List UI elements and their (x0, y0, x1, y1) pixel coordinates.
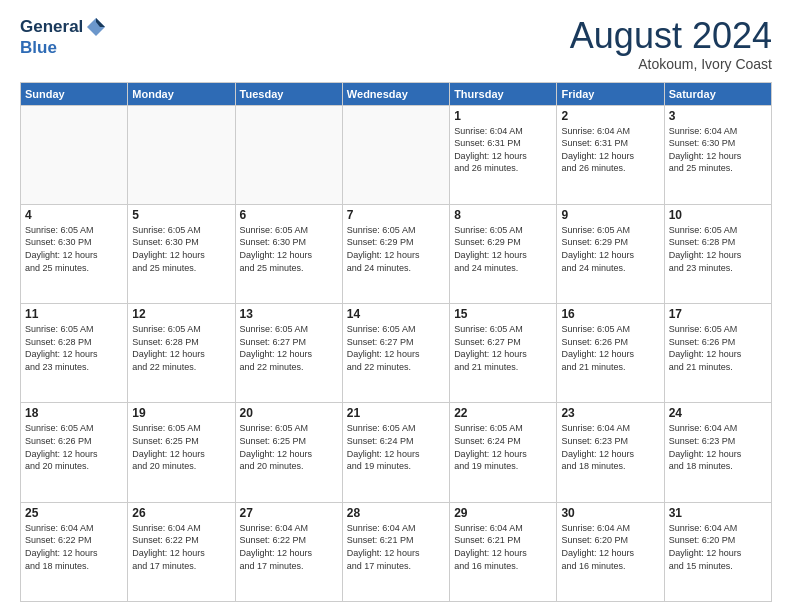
calendar-cell (128, 105, 235, 204)
cell-info: Sunrise: 6:04 AMSunset: 6:20 PMDaylight:… (561, 522, 659, 572)
cell-info: Sunrise: 6:05 AMSunset: 6:27 PMDaylight:… (347, 323, 445, 373)
weekday-header-wednesday: Wednesday (342, 82, 449, 105)
cell-info: Sunrise: 6:05 AMSunset: 6:30 PMDaylight:… (132, 224, 230, 274)
day-number: 6 (240, 208, 338, 222)
calendar-cell: 17Sunrise: 6:05 AMSunset: 6:26 PMDayligh… (664, 304, 771, 403)
calendar-cell: 10Sunrise: 6:05 AMSunset: 6:28 PMDayligh… (664, 204, 771, 303)
calendar-cell: 3Sunrise: 6:04 AMSunset: 6:30 PMDaylight… (664, 105, 771, 204)
day-number: 23 (561, 406, 659, 420)
cell-info: Sunrise: 6:04 AMSunset: 6:31 PMDaylight:… (561, 125, 659, 175)
day-number: 11 (25, 307, 123, 321)
calendar-cell: 1Sunrise: 6:04 AMSunset: 6:31 PMDaylight… (450, 105, 557, 204)
calendar-cell: 2Sunrise: 6:04 AMSunset: 6:31 PMDaylight… (557, 105, 664, 204)
calendar-cell: 7Sunrise: 6:05 AMSunset: 6:29 PMDaylight… (342, 204, 449, 303)
day-number: 26 (132, 506, 230, 520)
day-number: 13 (240, 307, 338, 321)
calendar-cell: 27Sunrise: 6:04 AMSunset: 6:22 PMDayligh… (235, 502, 342, 601)
day-number: 19 (132, 406, 230, 420)
calendar-cell (235, 105, 342, 204)
day-number: 7 (347, 208, 445, 222)
day-number: 2 (561, 109, 659, 123)
cell-info: Sunrise: 6:05 AMSunset: 6:25 PMDaylight:… (132, 422, 230, 472)
day-number: 22 (454, 406, 552, 420)
day-number: 31 (669, 506, 767, 520)
header: General Blue August 2024 Atokoum, Ivory … (20, 16, 772, 72)
calendar-cell (342, 105, 449, 204)
calendar-cell: 30Sunrise: 6:04 AMSunset: 6:20 PMDayligh… (557, 502, 664, 601)
location: Atokoum, Ivory Coast (570, 56, 772, 72)
month-title: August 2024 (570, 16, 772, 56)
calendar-cell: 29Sunrise: 6:04 AMSunset: 6:21 PMDayligh… (450, 502, 557, 601)
weekday-header-thursday: Thursday (450, 82, 557, 105)
week-row-1: 4Sunrise: 6:05 AMSunset: 6:30 PMDaylight… (21, 204, 772, 303)
calendar-cell: 8Sunrise: 6:05 AMSunset: 6:29 PMDaylight… (450, 204, 557, 303)
cell-info: Sunrise: 6:04 AMSunset: 6:22 PMDaylight:… (132, 522, 230, 572)
week-row-2: 11Sunrise: 6:05 AMSunset: 6:28 PMDayligh… (21, 304, 772, 403)
day-number: 9 (561, 208, 659, 222)
cell-info: Sunrise: 6:05 AMSunset: 6:26 PMDaylight:… (669, 323, 767, 373)
cell-info: Sunrise: 6:04 AMSunset: 6:20 PMDaylight:… (669, 522, 767, 572)
calendar-cell: 19Sunrise: 6:05 AMSunset: 6:25 PMDayligh… (128, 403, 235, 502)
cell-info: Sunrise: 6:04 AMSunset: 6:22 PMDaylight:… (25, 522, 123, 572)
cell-info: Sunrise: 6:05 AMSunset: 6:27 PMDaylight:… (240, 323, 338, 373)
cell-info: Sunrise: 6:05 AMSunset: 6:28 PMDaylight:… (669, 224, 767, 274)
day-number: 16 (561, 307, 659, 321)
logo: General Blue (20, 16, 107, 58)
calendar-cell: 22Sunrise: 6:05 AMSunset: 6:24 PMDayligh… (450, 403, 557, 502)
weekday-header-saturday: Saturday (664, 82, 771, 105)
cell-info: Sunrise: 6:05 AMSunset: 6:28 PMDaylight:… (132, 323, 230, 373)
week-row-4: 25Sunrise: 6:04 AMSunset: 6:22 PMDayligh… (21, 502, 772, 601)
calendar-cell: 24Sunrise: 6:04 AMSunset: 6:23 PMDayligh… (664, 403, 771, 502)
cell-info: Sunrise: 6:05 AMSunset: 6:29 PMDaylight:… (561, 224, 659, 274)
calendar-cell: 14Sunrise: 6:05 AMSunset: 6:27 PMDayligh… (342, 304, 449, 403)
cell-info: Sunrise: 6:05 AMSunset: 6:26 PMDaylight:… (561, 323, 659, 373)
day-number: 28 (347, 506, 445, 520)
logo-icon (85, 16, 107, 38)
cell-info: Sunrise: 6:05 AMSunset: 6:25 PMDaylight:… (240, 422, 338, 472)
weekday-header-friday: Friday (557, 82, 664, 105)
weekday-header-tuesday: Tuesday (235, 82, 342, 105)
weekday-header-row: SundayMondayTuesdayWednesdayThursdayFrid… (21, 82, 772, 105)
cell-info: Sunrise: 6:04 AMSunset: 6:22 PMDaylight:… (240, 522, 338, 572)
calendar-cell: 5Sunrise: 6:05 AMSunset: 6:30 PMDaylight… (128, 204, 235, 303)
day-number: 25 (25, 506, 123, 520)
day-number: 14 (347, 307, 445, 321)
calendar-cell: 16Sunrise: 6:05 AMSunset: 6:26 PMDayligh… (557, 304, 664, 403)
calendar-cell: 18Sunrise: 6:05 AMSunset: 6:26 PMDayligh… (21, 403, 128, 502)
cell-info: Sunrise: 6:05 AMSunset: 6:30 PMDaylight:… (25, 224, 123, 274)
calendar-cell: 31Sunrise: 6:04 AMSunset: 6:20 PMDayligh… (664, 502, 771, 601)
calendar-cell: 6Sunrise: 6:05 AMSunset: 6:30 PMDaylight… (235, 204, 342, 303)
calendar-cell: 23Sunrise: 6:04 AMSunset: 6:23 PMDayligh… (557, 403, 664, 502)
cell-info: Sunrise: 6:04 AMSunset: 6:21 PMDaylight:… (347, 522, 445, 572)
page: General Blue August 2024 Atokoum, Ivory … (0, 0, 792, 612)
cell-info: Sunrise: 6:05 AMSunset: 6:30 PMDaylight:… (240, 224, 338, 274)
day-number: 3 (669, 109, 767, 123)
calendar-table: SundayMondayTuesdayWednesdayThursdayFrid… (20, 82, 772, 602)
day-number: 1 (454, 109, 552, 123)
day-number: 8 (454, 208, 552, 222)
day-number: 12 (132, 307, 230, 321)
day-number: 24 (669, 406, 767, 420)
day-number: 17 (669, 307, 767, 321)
day-number: 10 (669, 208, 767, 222)
calendar-cell: 20Sunrise: 6:05 AMSunset: 6:25 PMDayligh… (235, 403, 342, 502)
calendar-cell: 9Sunrise: 6:05 AMSunset: 6:29 PMDaylight… (557, 204, 664, 303)
calendar-cell: 12Sunrise: 6:05 AMSunset: 6:28 PMDayligh… (128, 304, 235, 403)
cell-info: Sunrise: 6:05 AMSunset: 6:29 PMDaylight:… (454, 224, 552, 274)
day-number: 20 (240, 406, 338, 420)
day-number: 30 (561, 506, 659, 520)
cell-info: Sunrise: 6:05 AMSunset: 6:24 PMDaylight:… (347, 422, 445, 472)
logo-blue-text: Blue (20, 38, 57, 58)
weekday-header-monday: Monday (128, 82, 235, 105)
calendar-cell: 11Sunrise: 6:05 AMSunset: 6:28 PMDayligh… (21, 304, 128, 403)
cell-info: Sunrise: 6:05 AMSunset: 6:29 PMDaylight:… (347, 224, 445, 274)
day-number: 4 (25, 208, 123, 222)
weekday-header-sunday: Sunday (21, 82, 128, 105)
week-row-3: 18Sunrise: 6:05 AMSunset: 6:26 PMDayligh… (21, 403, 772, 502)
calendar-cell: 21Sunrise: 6:05 AMSunset: 6:24 PMDayligh… (342, 403, 449, 502)
calendar-cell: 28Sunrise: 6:04 AMSunset: 6:21 PMDayligh… (342, 502, 449, 601)
logo-general-text: General (20, 17, 83, 37)
calendar-cell: 13Sunrise: 6:05 AMSunset: 6:27 PMDayligh… (235, 304, 342, 403)
day-number: 29 (454, 506, 552, 520)
cell-info: Sunrise: 6:04 AMSunset: 6:31 PMDaylight:… (454, 125, 552, 175)
